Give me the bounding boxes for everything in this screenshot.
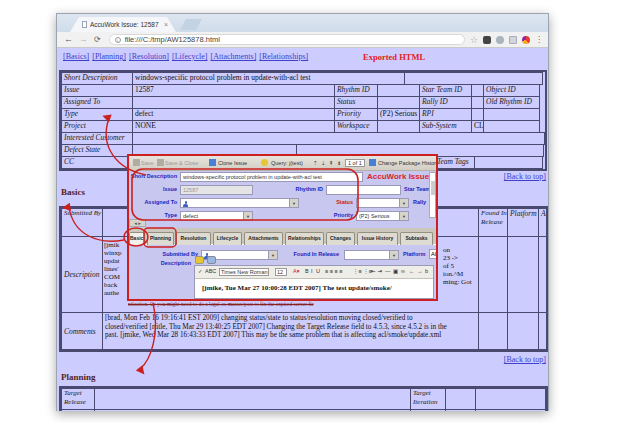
tab-title: AccuWork Issue: 12587 <box>90 21 162 28</box>
assigned-to-combo[interactable]: ▼ <box>180 198 299 208</box>
extension-icon-3[interactable] <box>509 36 517 44</box>
toolbar-item[interactable]: 1 of 1 <box>345 159 365 167</box>
toolbar-icon[interactable] <box>209 159 216 166</box>
accuwork-tab-relationships[interactable]: Relationships <box>285 232 324 245</box>
found-in-release-label: Found In Release <box>293 251 339 257</box>
rtf-toolbar-item[interactable]: Times New Roman <box>219 268 269 276</box>
issue-input[interactable]: 12587 <box>180 185 253 195</box>
forward-button[interactable]: → <box>79 35 88 44</box>
table-cell <box>538 312 547 350</box>
description-editor[interactable]: ✓ABCTimes New Roman12A▾BIU≡ ≡ ≡ ≡⋮≡ ⋮≡⇤ … <box>194 265 434 299</box>
rtf-toolbar: ✓ABCTimes New Roman12A▾BIU≡ ≡ ≡ ≡⋮≡ ⋮≡⇤ … <box>195 266 433 279</box>
zoom-icon[interactable] <box>207 256 216 264</box>
spellcheck-icon[interactable] <box>195 256 204 264</box>
exported-html-label: Exported HTML <box>363 52 425 62</box>
short-description-input[interactable]: windows-specific protocol problem in upd… <box>180 172 363 182</box>
page-favicon <box>82 21 87 28</box>
rtf-toolbar-item[interactable]: ✓ <box>198 268 203 274</box>
toolbar-item[interactable]: ⇣ <box>321 160 326 166</box>
rtf-toolbar-item[interactable]: I <box>311 268 313 274</box>
rtf-toolbar-item[interactable]: ≡ ≡ ≡ ≡ <box>325 268 342 274</box>
rtf-toolbar-item[interactable]: A▾ <box>293 268 299 274</box>
priority-combo[interactable]: (P2) Serious▼ <box>356 211 409 221</box>
table-row: Target ReleaseTarget Iteration <box>61 388 546 410</box>
table-cell <box>507 236 539 313</box>
chevron-down-icon: ▼ <box>289 199 298 207</box>
nav-link[interactable]: [Lifecycle] <box>172 52 208 61</box>
toolbar-item[interactable]: ⇞ <box>329 160 334 166</box>
found-in-release-combo[interactable]: ▼ <box>344 250 399 260</box>
overlay-scrollbar[interactable] <box>429 172 436 218</box>
table-cell <box>474 156 543 169</box>
table-cell <box>94 409 411 411</box>
toolbar-item[interactable]: Save <box>141 160 154 166</box>
rtf-toolbar-item[interactable]: ▣ <box>393 268 398 274</box>
rtf-toolbar-item[interactable]: → <box>417 268 423 274</box>
planning-heading: Planning <box>61 372 96 382</box>
back-button[interactable]: ← <box>64 35 73 44</box>
rtf-toolbar-item[interactable]: ⇤ ⇥ <box>371 268 382 274</box>
reload-button[interactable]: ⟳ <box>94 36 101 44</box>
rtf-toolbar-item[interactable]: 12 <box>275 268 287 276</box>
extension-icon-2[interactable] <box>496 36 504 44</box>
nav-link[interactable]: [Planning] <box>92 52 126 61</box>
nav-link[interactable]: [Attachments] <box>211 52 257 61</box>
accuwork-tab-planning[interactable]: Planning <box>147 232 174 245</box>
table-cell <box>445 409 476 411</box>
browser-tabstrip: AccuWork Issue: 12587 × <box>57 14 548 32</box>
url-text: file:///C:/tmp/AW125878.html <box>125 35 220 44</box>
toolbar-item[interactable]: Clone Issue <box>218 160 247 166</box>
accuwork-tab-lifecycle[interactable]: Lifecycle <box>213 232 242 245</box>
toolbar-item[interactable]: ⇡ <box>313 160 318 166</box>
assigned-to-label: Assigned To <box>144 199 177 205</box>
rtf-toolbar-item[interactable]: B <box>305 268 309 274</box>
rtf-toolbar-item[interactable]: ∞ <box>401 268 405 274</box>
accuwork-tab-basics[interactable]: Basics <box>129 232 145 245</box>
rtf-toolbar-item[interactable]: ABC <box>205 268 216 274</box>
nav-link[interactable]: [Resolution] <box>129 52 169 61</box>
toolbar-icon[interactable] <box>261 159 268 166</box>
accuwork-issue-annotation: AccuWork Issue <box>367 172 429 181</box>
person-icon <box>183 201 188 207</box>
rtf-toolbar-item[interactable]: b <box>425 268 428 274</box>
toolbar-icon[interactable] <box>157 159 164 166</box>
page-info-icon[interactable]: i <box>115 37 121 43</box>
rtf-toolbar-item[interactable]: — <box>385 268 391 274</box>
address-bar[interactable]: i file:///C:/tmp/AW125878.html <box>109 34 465 45</box>
tab-close-icon[interactable]: × <box>164 21 168 28</box>
rtf-toolbar-item[interactable]: ← <box>409 268 415 274</box>
toolbar-item[interactable]: Change Package History <box>378 160 438 166</box>
accuwork-tab-issue-history[interactable]: Issue History <box>357 232 398 245</box>
overlay-mini-scrollbar[interactable]: ◂ ▸ <box>129 219 146 227</box>
extension-icon-4[interactable] <box>522 36 530 44</box>
toolbar-item[interactable]: Save & Close <box>165 160 198 166</box>
platform-value: All <box>429 249 438 259</box>
bookmark-star-icon[interactable]: ☆ <box>470 35 478 45</box>
nav-link[interactable]: [Relationships] <box>259 52 308 61</box>
back-to-top-link[interactable]: [Back to top] <box>504 172 546 181</box>
table-cell: Found In Release <box>478 208 508 237</box>
table-cell: [brad, Mon Feb 16 19:16:41 EST 2009] cha… <box>102 312 479 350</box>
platform-label: Platform <box>403 251 425 257</box>
accuwork-tab-changes[interactable]: Changes <box>326 232 355 245</box>
accuwork-tab-subtasks[interactable]: Subtasks <box>400 232 433 245</box>
toolbar-item[interactable]: Query: j(test) <box>271 160 303 166</box>
extension-icon-1[interactable] <box>483 36 491 44</box>
type-label: Type <box>165 212 177 218</box>
browser-menu-icon[interactable]: ⋮ <box>535 35 543 44</box>
nav-link[interactable]: [Basics] <box>63 52 89 61</box>
rhythm-id-input[interactable] <box>326 185 401 195</box>
accuwork-tab-attachments[interactable]: Attachments <box>244 232 283 245</box>
rtf-toolbar-item[interactable]: U <box>316 268 320 274</box>
toolbar-item[interactable]: ⇟ <box>337 160 342 166</box>
new-tab-button[interactable] <box>180 19 202 30</box>
status-combo[interactable]: ▼ <box>356 198 409 208</box>
type-combo[interactable]: defect▼ <box>180 211 253 221</box>
accuwork-tab-resolution[interactable]: Resolution <box>176 232 211 245</box>
rtf-toolbar-item[interactable]: ⋮≡ ⋮≡ <box>353 268 372 274</box>
toolbar-icon[interactable] <box>369 159 376 166</box>
browser-toolbar: ← → ⟳ i file:///C:/tmp/AW125878.html ☆ ⋮ <box>57 32 548 48</box>
back-to-top-link-2[interactable]: [Back to top] <box>504 355 546 364</box>
browser-tab[interactable]: AccuWork Issue: 12587 × <box>70 17 176 32</box>
toolbar-icon[interactable] <box>133 159 140 166</box>
